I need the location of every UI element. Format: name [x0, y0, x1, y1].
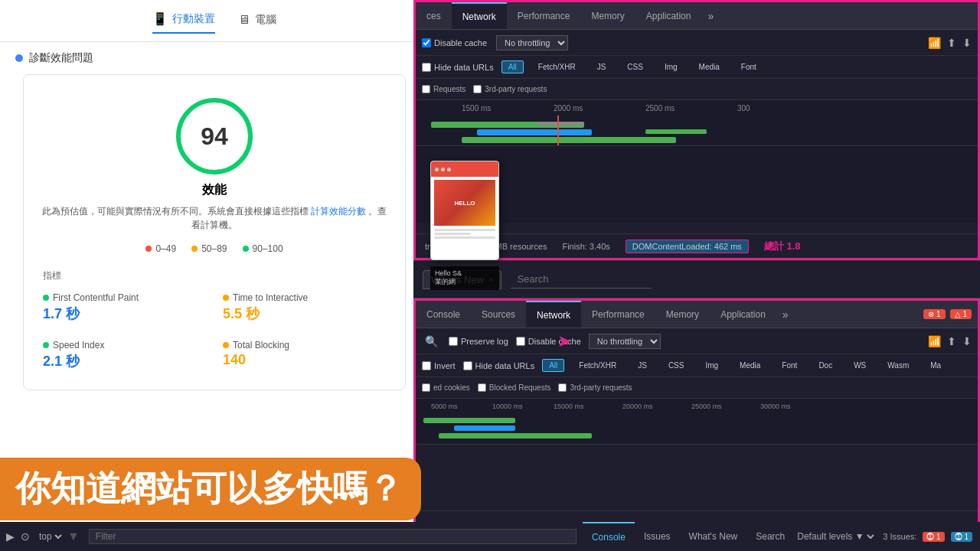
filter-img-btn-top[interactable]: Img	[658, 60, 684, 73]
tl-5000: 5000 ms	[431, 403, 458, 410]
tab-memory-top[interactable]: Memory	[580, 2, 635, 29]
preview-dots	[435, 168, 451, 171]
tab-console-bottom[interactable]: Console	[416, 301, 471, 328]
tab-sources-top[interactable]: ces	[416, 2, 452, 29]
preserve-log-checkbox[interactable]: Preserve log	[449, 337, 508, 346]
whatsnew-search-input[interactable]	[511, 270, 652, 289]
hide-data-urls-input[interactable]	[422, 63, 431, 72]
throttling-bottom-select[interactable]: No throttling	[589, 334, 661, 349]
filter-font-btn-bottom[interactable]: Font	[775, 359, 804, 372]
tab-application-bottom-label: Application	[720, 309, 766, 320]
metric-tti-name: Time to Interactive	[223, 292, 386, 303]
filter-img-btn-bottom[interactable]: Img	[698, 359, 725, 372]
console-bottom-tab[interactable]: Console	[583, 522, 635, 551]
filter-media-btn-bottom[interactable]: Media	[733, 359, 767, 372]
metric-tti: Time to Interactive 5.5 秒	[219, 289, 390, 327]
score-desc: 此為預估值，可能與實際情況有所不同。系統會直接根據這些指標 計算效能分數 。查看…	[39, 204, 390, 232]
diagnose-label: 診斷效能問題	[29, 51, 93, 65]
tab-performance-bottom[interactable]: Performance	[581, 301, 655, 328]
tab-application-bottom[interactable]: Application	[710, 301, 776, 328]
tab-desktop[interactable]: 🖥 電腦	[238, 11, 276, 34]
devtools-timeline-top: 1500 ms 2000 ms 2500 ms 300	[416, 100, 978, 146]
disable-cache-input[interactable]	[422, 38, 431, 47]
preview-image: HELLO	[434, 180, 495, 226]
devtools-status-bar-top: transferred 8.6 MB resources Finish: 3.4…	[416, 233, 978, 258]
score-link[interactable]: 計算效能分數	[311, 206, 366, 217]
invert-checkbox[interactable]: Invert	[422, 361, 456, 370]
badge-area: ⊗ 1 △ 1	[923, 309, 978, 319]
diagnose-row: 診斷效能問題	[0, 42, 429, 74]
issues-tab-label: Issues	[644, 531, 671, 542]
requests-checkbox[interactable]: Requests	[422, 85, 466, 93]
disable-cache-bottom-checkbox[interactable]: Disable cache	[516, 337, 581, 346]
play-icon[interactable]: ▶	[6, 530, 15, 543]
filter-wasm-btn-bottom[interactable]: Wasm	[880, 359, 916, 372]
tab-mobile-label: 行動裝置	[172, 12, 215, 26]
tab-memory-bottom[interactable]: Memory	[655, 301, 710, 328]
tab-network-top[interactable]: Network	[452, 2, 507, 29]
filter-input[interactable]	[89, 529, 577, 544]
filter-fetch-btn-top[interactable]: Fetch/XHR	[531, 60, 583, 73]
filter-ws-btn-bottom[interactable]: WS	[847, 359, 873, 372]
blocked-requests-checkbox[interactable]: Blocked Requests	[478, 383, 551, 392]
filter-css-btn-top[interactable]: CSS	[620, 60, 650, 73]
cookies-checkbox[interactable]: ed cookies	[422, 383, 470, 392]
score-legend: 0–49 50–89 90–100	[39, 243, 390, 254]
cookies-input[interactable]	[422, 383, 430, 392]
tab-more-top[interactable]: »	[701, 10, 720, 22]
arrow-pointer: ➤	[557, 331, 571, 351]
tbar-3	[462, 137, 676, 143]
tab-more-bottom[interactable]: »	[776, 308, 795, 321]
invert-input[interactable]	[422, 361, 431, 370]
search-bottom-tab[interactable]: Search	[746, 522, 794, 551]
filter-ma-btn-bottom[interactable]: Ma	[923, 359, 948, 372]
search-icon-btn[interactable]: 🔍	[422, 335, 441, 347]
top-select[interactable]: top	[36, 530, 64, 543]
filter-fetch-btn-bottom[interactable]: Fetch/XHR	[572, 359, 623, 372]
third-party-bottom-checkbox[interactable]: 3rd-party requests	[558, 383, 632, 392]
hide-data-urls-bottom-input[interactable]	[463, 361, 472, 370]
hide-data-urls-checkbox[interactable]: Hide data URLs	[422, 63, 494, 72]
warning-count-badge: ⓵ 1	[951, 532, 972, 542]
download-icon: ⬇	[962, 37, 972, 49]
whatsnew-bottom-tab[interactable]: What's New	[680, 522, 747, 551]
tab-console-label: Console	[426, 309, 460, 320]
third-party-bottom-input[interactable]	[558, 383, 567, 392]
filter-doc-btn-bottom[interactable]: Doc	[812, 359, 839, 372]
filter-all-btn-bottom[interactable]: All	[542, 359, 564, 372]
filter-js-btn-bottom[interactable]: JS	[631, 359, 654, 372]
error-badge: ⊗ 1	[923, 309, 945, 319]
circle-icon[interactable]: ⊙	[21, 530, 30, 543]
tl-2000: 2000 ms	[554, 104, 583, 112]
disable-cache-bottom-input[interactable]	[516, 337, 525, 346]
issues-bottom-tab[interactable]: Issues	[635, 522, 680, 551]
tab-network-bottom[interactable]: Network	[526, 301, 581, 328]
tab-application-top[interactable]: Application	[635, 2, 702, 29]
preview-dot-1	[435, 168, 439, 171]
tab-sources-bottom[interactable]: Sources	[471, 301, 526, 328]
filter-media-btn-top[interactable]: Media	[692, 60, 727, 73]
tab-mobile[interactable]: 📱 行動裝置	[152, 11, 215, 34]
filter-css-btn-bottom[interactable]: CSS	[662, 359, 691, 372]
third-party-checkbox[interactable]: 3rd-party requests	[473, 85, 547, 93]
requests-label: Requests	[433, 85, 466, 93]
filter-all-btn-top[interactable]: All	[501, 60, 524, 73]
disable-cache-checkbox[interactable]: Disable cache	[422, 38, 487, 47]
throttling-select[interactable]: No throttling	[496, 35, 568, 51]
filter-js-btn-top[interactable]: JS	[590, 60, 613, 73]
hide-data-urls-bottom-checkbox[interactable]: Hide data URLs	[463, 361, 535, 370]
third-party-input[interactable]	[473, 85, 482, 93]
tl-15000: 15000 ms	[554, 403, 584, 410]
requests-input[interactable]	[422, 85, 430, 93]
blocked-requests-input[interactable]	[478, 383, 486, 392]
legend-green: 90–100	[243, 243, 283, 254]
tl-2500: 2500 ms	[645, 104, 675, 112]
filter-font-btn-top[interactable]: Font	[734, 60, 763, 73]
default-levels-select[interactable]: Default levels ▼	[794, 530, 877, 543]
devtools-toolbar-bottom: 🔍 Preserve log Disable cache ➤ No thrott…	[416, 328, 978, 354]
preserve-log-input[interactable]	[449, 337, 458, 346]
tbar-5	[645, 129, 707, 134]
tab-performance-top[interactable]: Performance	[507, 2, 581, 29]
blocked-requests-label: Blocked Requests	[489, 383, 551, 392]
metric-fcp-name: First Contentful Paint	[43, 292, 206, 303]
